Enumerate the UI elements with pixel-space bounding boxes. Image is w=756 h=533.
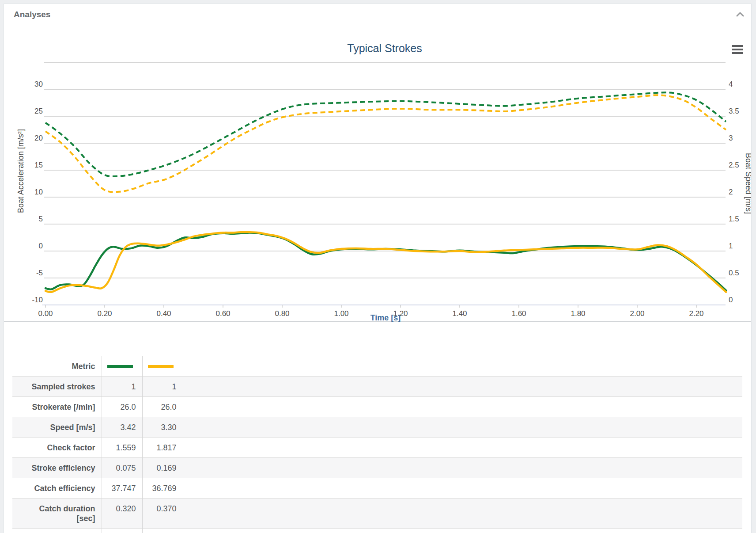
panel-header: Analyses: [4, 4, 751, 25]
analyses-panel: Analyses 0.000.200.400.600.801.001.201.4…: [4, 4, 752, 533]
y-left-axis-title: Boat Acceleration [m/s²]: [16, 129, 25, 213]
x-tick-label: 0.20: [97, 309, 112, 318]
y-right-tick-label: 1.5: [729, 215, 739, 223]
x-tick-label: 1.40: [452, 309, 467, 318]
series-boat-speed-stroke-green: [45, 92, 726, 176]
x-tick-label: 0.80: [275, 309, 289, 318]
metric-value: 3.30: [142, 417, 183, 438]
metric-value: 1: [142, 377, 183, 397]
typical-strokes-chart: 0.000.200.400.600.801.001.201.401.601.80…: [4, 25, 751, 321]
metric-value: 0.370: [142, 499, 183, 529]
y-left-tick-label: 25: [34, 107, 43, 115]
x-tick-label: 2.20: [689, 309, 703, 318]
chevron-up-icon[interactable]: [736, 12, 744, 17]
x-tick-label: 0.40: [156, 309, 171, 318]
y-left-tick-label: 15: [34, 161, 43, 169]
green-series-swatch: [107, 365, 133, 368]
metric-label: Stroke efficiency: [12, 458, 102, 478]
x-axis-title: Time [s]: [370, 313, 401, 322]
hamburger-menu-icon[interactable]: [732, 45, 743, 54]
metric-value: 3.42: [102, 417, 142, 438]
metric-label: Speed [m/s]: [12, 417, 102, 438]
yellow-series-swatch: [148, 365, 174, 368]
table-row: Strokerate [/min]26.026.0: [12, 397, 742, 417]
metric-value: 1: [102, 377, 142, 397]
metric-value: 1.559: [102, 438, 142, 458]
metric-label: Check factor: [12, 438, 102, 458]
metric-label: Catch efficiency: [12, 478, 102, 499]
metric-value: 0.169: [142, 458, 183, 478]
y-left-tick-label: -10: [32, 296, 43, 304]
metric-label: Catch duration [sec]: [12, 499, 102, 529]
y-left-tick-label: 20: [34, 134, 43, 142]
table-row: Sampled strokes11: [12, 377, 742, 397]
metrics-table: Metric Sampled strokes11Strokerate [/min…: [12, 356, 742, 533]
metric-label: Strokerate [/min]: [12, 397, 102, 417]
chart-title: Typical Strokes: [347, 42, 422, 54]
table-header-row: Metric: [12, 356, 742, 377]
y-left-tick-label: 5: [39, 215, 43, 223]
y-right-tick-label: 2.5: [729, 161, 739, 169]
y-right-axis-title: Boat Speed [m/s]: [744, 153, 751, 214]
series-boat-acceleration-stroke-yellow: [45, 232, 726, 292]
y-right-tick-label: 1: [729, 242, 733, 250]
y-left-tick-label: 30: [34, 80, 43, 88]
metric-header-label: Metric: [12, 356, 102, 377]
x-tick-label: 1.80: [571, 309, 585, 318]
series-boat-acceleration-stroke-green: [45, 233, 726, 291]
metric-label: Sampled strokes: [12, 377, 102, 397]
chart-canvas: 0.000.200.400.600.801.001.201.401.601.80…: [4, 25, 751, 326]
metric-value: 37.747: [102, 478, 142, 499]
x-tick-label: 0.60: [215, 309, 230, 318]
table-row: Check factor1.5591.817: [12, 438, 742, 458]
y-right-tick-label: 4: [729, 80, 733, 88]
metric-value: 26.0: [142, 397, 183, 417]
metrics-table-section: Metric Sampled strokes11Strokerate [/min…: [4, 321, 751, 533]
y-left-tick-label: 10: [34, 188, 43, 196]
x-tick-label: 2.00: [630, 309, 644, 318]
metric-value: 1.817: [142, 438, 183, 458]
y-left-tick-label: 0: [39, 242, 43, 250]
table-row-cutoff: [12, 529, 742, 533]
metric-value: 0.320: [102, 499, 142, 529]
table-row: Stroke efficiency0.0750.169: [12, 458, 742, 478]
y-right-tick-label: 0.5: [729, 269, 739, 277]
x-tick-label: 1.60: [511, 309, 526, 318]
table-row: Speed [m/s]3.423.30: [12, 417, 742, 438]
y-right-tick-label: 2: [729, 188, 733, 196]
legend-cell-green: [102, 356, 142, 377]
y-right-tick-label: 3: [729, 134, 733, 142]
y-right-tick-label: 0: [729, 296, 733, 304]
y-right-tick-label: 3.5: [729, 107, 739, 115]
table-row: Catch duration [sec]0.3200.370: [12, 499, 742, 529]
legend-cell-yellow: [142, 356, 183, 377]
metric-value: 36.769: [142, 478, 183, 499]
series-boat-speed-stroke-yellow: [45, 95, 726, 192]
x-tick-label: 0.00: [38, 309, 53, 318]
table-row: Catch efficiency37.74736.769: [12, 478, 742, 499]
x-tick-label: 1.00: [334, 309, 348, 318]
y-left-tick-label: -5: [36, 269, 43, 277]
panel-title: Analyses: [14, 10, 50, 19]
metric-value: 26.0: [102, 397, 142, 417]
metric-value: 0.075: [102, 458, 142, 478]
